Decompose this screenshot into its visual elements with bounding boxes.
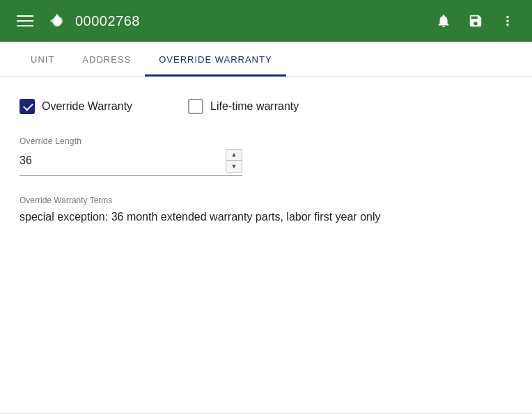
spinner-down-button[interactable]: ▼ (226, 161, 242, 172)
record-id: 00002768 (75, 13, 140, 29)
tab-bar: UNIT ADDRESS OVERRIDE WARRANTY (0, 42, 532, 77)
bell-icon (436, 13, 451, 29)
tab-override-warranty[interactable]: OVERRIDE WARRANTY (145, 42, 285, 77)
lifetime-warranty-label: Life-time warranty (210, 100, 299, 113)
override-length-input-row: ▲ ▼ (19, 149, 242, 176)
spinner-up-button[interactable]: ▲ (226, 150, 242, 161)
tab-address[interactable]: ADDRESS (68, 42, 145, 77)
override-length-spinner: ▲ ▼ (226, 149, 242, 173)
override-warranty-checkbox-item[interactable]: Override Warranty (19, 99, 132, 114)
header-right (430, 8, 521, 34)
lifetime-warranty-checkbox[interactable] (188, 99, 203, 114)
menu-button[interactable] (11, 10, 39, 32)
override-terms-value: special exception: 36 month extended war… (19, 209, 513, 225)
checkbox-row: Override Warranty Life-time warranty (19, 99, 513, 114)
override-length-group: Override Length ▲ ▼ (19, 136, 513, 176)
more-vert-icon (500, 13, 515, 29)
override-warranty-checkbox[interactable] (19, 99, 35, 114)
notification-button[interactable] (430, 8, 457, 34)
tab-unit[interactable]: UNIT (17, 42, 68, 77)
override-length-label: Override Length (19, 136, 513, 146)
lifetime-warranty-checkbox-item[interactable]: Life-time warranty (188, 99, 299, 114)
override-length-input[interactable] (19, 152, 226, 170)
app-logo-icon (47, 11, 67, 31)
svg-point-0 (55, 19, 59, 23)
hamburger-icon (17, 15, 33, 26)
save-button[interactable] (462, 8, 489, 34)
override-warranty-label: Override Warranty (42, 100, 132, 113)
save-icon (468, 13, 483, 29)
main-content: Override Warranty Life-time warranty Ove… (0, 77, 532, 225)
override-terms-group: Override Warranty Terms special exceptio… (19, 196, 513, 225)
app-header: 00002768 (0, 0, 532, 42)
override-terms-label: Override Warranty Terms (19, 196, 513, 205)
header-left: 00002768 (11, 10, 430, 32)
more-options-button[interactable] (494, 8, 521, 34)
